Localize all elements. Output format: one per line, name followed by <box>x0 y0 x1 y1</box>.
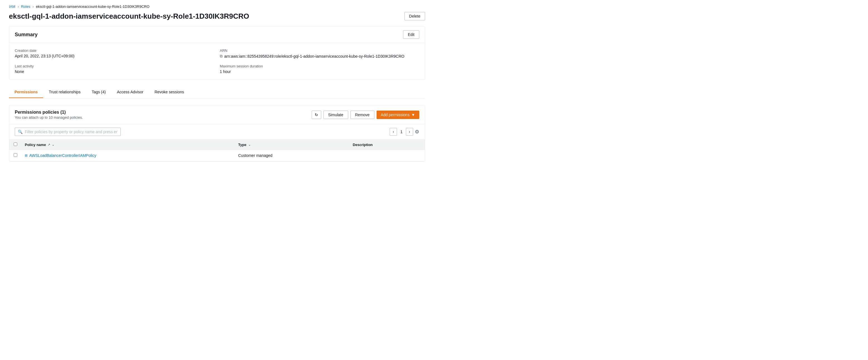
tab-revoke-sessions[interactable]: Revoke sessions <box>149 86 190 98</box>
tab-access-advisor[interactable]: Access Advisor <box>112 86 149 98</box>
policies-subtitle: You can attach up to 10 managed policies… <box>15 115 83 120</box>
row-checkbox-col <box>9 150 20 161</box>
delete-button[interactable]: Delete <box>404 12 425 20</box>
policies-title: Permissions policies (1) <box>15 110 83 115</box>
last-activity-label: Last activity <box>15 64 214 68</box>
policies-section: Permissions policies (1) You can attach … <box>9 105 425 161</box>
breadcrumb-sep-1: › <box>18 4 19 9</box>
type-sort-icon[interactable]: ⌄ <box>248 143 251 147</box>
filter-input-wrap: 🔍 <box>15 128 121 136</box>
external-link-icon: ↗ <box>48 143 50 147</box>
max-session-label: Maximum session duration <box>220 64 419 68</box>
page-title: eksctl-gql-1-addon-iamserviceaccount-kub… <box>9 12 249 21</box>
page-header: eksctl-gql-1-addon-iamserviceaccount-kub… <box>9 12 425 21</box>
refresh-button[interactable]: ↻ <box>312 111 321 119</box>
last-activity-field: Last activity None <box>15 64 214 74</box>
summary-section: Summary Edit Creation date April 20, 202… <box>9 26 425 80</box>
tabs: Permissions Trust relationships Tags (4)… <box>9 86 425 98</box>
page-number: 1 <box>399 129 404 134</box>
select-all-checkbox[interactable] <box>14 142 17 146</box>
remove-button[interactable]: Remove <box>350 111 374 119</box>
simulate-button[interactable]: Simulate <box>323 111 348 119</box>
header-type: Type ⌄ <box>234 140 348 150</box>
summary-body: Creation date April 20, 2022, 23:13 (UTC… <box>9 43 425 80</box>
add-permissions-button[interactable]: Add permissions ▼ <box>377 111 419 119</box>
search-icon: 🔍 <box>18 129 23 134</box>
max-session-field: Maximum session duration 1 hour <box>220 64 419 74</box>
prev-page-button[interactable]: ‹ <box>390 128 397 136</box>
breadcrumb: IAM › Roles › eksctl-gql-1-addon-iamserv… <box>9 4 425 9</box>
breadcrumb-current: eksctl-gql-1-addon-iamserviceaccount-kub… <box>36 4 150 9</box>
type-label: Type <box>238 143 246 147</box>
tab-trust-relationships[interactable]: Trust relationships <box>43 86 86 98</box>
expand-icon[interactable]: ⊞ <box>25 153 28 157</box>
breadcrumb-sep-2: › <box>33 4 34 9</box>
row-description <box>348 150 425 161</box>
tab-tags[interactable]: Tags (4) <box>86 86 112 98</box>
creation-date-field: Creation date April 20, 2022, 23:13 (UTC… <box>15 49 214 59</box>
policies-header: Permissions policies (1) You can attach … <box>9 105 425 124</box>
arn-value: arn:aws:iam::825543958249:role/eksctl-gq… <box>224 54 404 59</box>
filter-bar: 🔍 ‹ 1 › ⚙ <box>9 124 425 140</box>
policies-title-area: Permissions policies (1) You can attach … <box>15 110 83 120</box>
dropdown-arrow-icon: ▼ <box>411 113 415 117</box>
type-value: Customer managed <box>238 153 273 158</box>
summary-title: Summary <box>15 32 38 38</box>
pagination-controls: ‹ 1 › ⚙ <box>390 128 419 136</box>
arn-label: ARN <box>220 49 419 53</box>
arn-field: ARN ⧉ arn:aws:iam::825543958249:role/eks… <box>220 49 419 59</box>
creation-date-value: April 20, 2022, 23:13 (UTC+09:00) <box>15 54 74 58</box>
policy-name-sort-icon[interactable]: ⌄ <box>52 143 54 147</box>
max-session-value: 1 hour <box>220 69 231 74</box>
table-settings-icon[interactable]: ⚙ <box>415 129 419 135</box>
filter-input[interactable] <box>25 129 118 134</box>
header-policy-name: Policy name ↗ ⌄ <box>20 140 234 150</box>
copy-icon[interactable]: ⧉ <box>220 54 223 59</box>
summary-header: Summary Edit <box>9 27 425 43</box>
header-description: Description <box>348 140 425 150</box>
row-policy-name: ⊞ AWSLoadBalancerControllerIAMPolicy <box>20 150 234 161</box>
creation-date-label: Creation date <box>15 49 214 53</box>
policy-name-label: Policy name <box>25 143 46 147</box>
arn-row: ⧉ arn:aws:iam::825543958249:role/eksctl-… <box>220 54 419 59</box>
table-row: ⊞ AWSLoadBalancerControllerIAMPolicy Cus… <box>9 150 425 161</box>
edit-button[interactable]: Edit <box>403 30 419 39</box>
breadcrumb-iam[interactable]: IAM <box>9 4 15 9</box>
next-page-button[interactable]: › <box>406 128 413 136</box>
breadcrumb-roles[interactable]: Roles <box>21 4 30 9</box>
header-checkbox-col <box>9 140 20 150</box>
policies-actions: ↻ Simulate Remove Add permissions ▼ <box>312 111 419 119</box>
table-header-row: Policy name ↗ ⌄ Type ⌄ Description <box>9 140 425 150</box>
description-label: Description <box>353 143 373 147</box>
permissions-table: Policy name ↗ ⌄ Type ⌄ Description <box>9 140 425 161</box>
tab-permissions[interactable]: Permissions <box>9 86 43 98</box>
policy-name-link[interactable]: AWSLoadBalancerControllerIAMPolicy <box>29 153 96 158</box>
last-activity-value: None <box>15 69 24 74</box>
row-checkbox[interactable] <box>14 153 17 157</box>
row-type: Customer managed <box>234 150 348 161</box>
refresh-icon: ↻ <box>315 113 318 117</box>
page-container: IAM › Roles › eksctl-gql-1-addon-iamserv… <box>0 0 434 171</box>
